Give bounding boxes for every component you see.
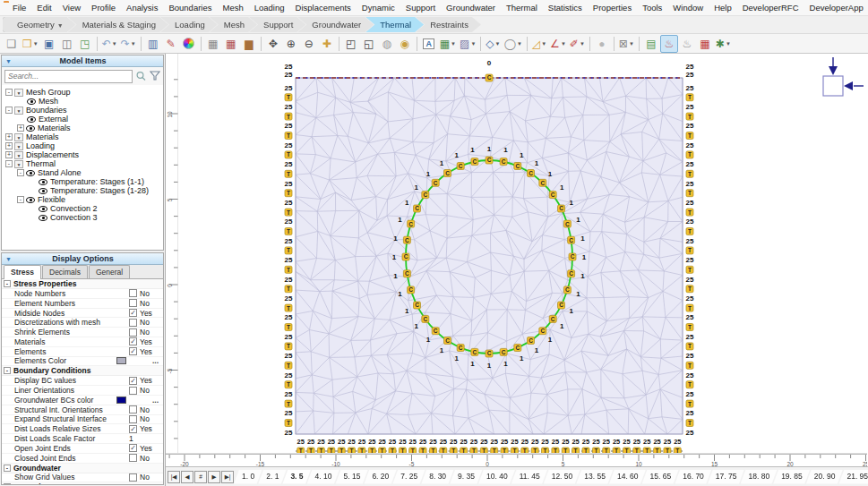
display-options-header[interactable]: ▼ Display Options [2, 253, 163, 265]
menu-item-tools[interactable]: Tools [637, 0, 667, 16]
display-tab-stress[interactable]: Stress [4, 265, 41, 279]
menu-item-help[interactable]: Help [709, 0, 737, 16]
menu-item-profile[interactable]: Profile [86, 0, 121, 16]
tree-dropdown-icon[interactable]: ▼ [14, 151, 23, 159]
display-tab-general[interactable]: General [89, 265, 130, 278]
option-row-closed-joint-ends[interactable]: Closed Joint EndsNo [2, 454, 163, 464]
undo-button[interactable]: ↶▼ [100, 35, 119, 53]
project-briefcase-button[interactable]: ▆ [240, 35, 258, 53]
menu-item-developerapp[interactable]: DeveloperApp [804, 0, 868, 16]
more-button[interactable]: ... [152, 396, 163, 405]
tree-expander-icon[interactable]: + [5, 142, 13, 149]
checkbox-checked-icon[interactable]: ✓ [129, 377, 137, 385]
new-file-button[interactable]: ❑ [3, 35, 21, 53]
dimension-tool-button[interactable]: ✐▼ [568, 35, 587, 53]
calculator-button[interactable]: ▦ [204, 35, 222, 53]
menu-item-properties[interactable]: Properties [588, 0, 637, 16]
section-header-boundary-conditions[interactable]: -Boundary Conditions [2, 366, 163, 376]
tree-item-thermal[interactable]: -▼Thermal [5, 159, 163, 168]
material-layers-button[interactable]: ▤ [642, 35, 660, 53]
section-header-stress-properties[interactable]: -Stress Properties [2, 279, 163, 289]
workflow-tab-groundwater[interactable]: Groundwater [297, 17, 374, 32]
option-row-materials[interactable]: Materials✓Yes [2, 337, 163, 347]
stage-tab-6[interactable]: 6. 20 [364, 470, 397, 484]
menu-item-view[interactable]: View [57, 0, 86, 16]
option-row-dist-loads-relative-sizes[interactable]: Dist Loads Relative Sizes✓Yes [2, 424, 163, 434]
thermal-annotate-button[interactable]: ✱▼ [714, 35, 733, 53]
stage-tab-21[interactable]: 21. 95 [838, 470, 868, 484]
visibility-eye-icon[interactable] [39, 206, 47, 212]
tree-item-materials[interactable]: +Materials [5, 124, 163, 132]
option-row-shrink-elements[interactable]: Shrink ElementsNo [2, 328, 163, 337]
tree-item-flexible[interactable]: -Flexible [5, 195, 163, 204]
stage-nav-3[interactable]: ▶ [208, 471, 220, 483]
color-swatch[interactable] [116, 396, 126, 404]
polyline-tool-button[interactable]: ◇▼ [484, 35, 502, 53]
menu-item-mesh[interactable]: Mesh [217, 0, 248, 16]
visibility-eye-icon[interactable] [39, 215, 47, 221]
zoom-out-window-button[interactable]: ◱ [360, 35, 378, 53]
option-row-dist-loads-scale-factor[interactable]: Dist Loads Scale Factor1 [2, 434, 163, 444]
polygon-tool-button[interactable]: ◯▼ [503, 35, 524, 53]
stage-tab-4[interactable]: 4. 10 [307, 470, 340, 484]
apply-circle-button[interactable]: ● [593, 35, 611, 53]
checkbox-checked-icon[interactable]: ✓ [129, 337, 137, 345]
option-row-show-grid-values[interactable]: Show Grid ValuesNo [2, 473, 163, 483]
checkbox-icon[interactable] [129, 415, 137, 423]
visibility-eye-icon[interactable] [27, 98, 36, 105]
menu-item-groundwater[interactable]: Groundwater [441, 0, 501, 16]
stage-tab-5[interactable]: 5. 15 [335, 470, 368, 484]
stage-nav-0[interactable]: |◀ [168, 471, 180, 483]
workflow-tab-loading[interactable]: Loading [160, 17, 218, 32]
stage-tab-11[interactable]: 11. 45 [511, 470, 548, 484]
thermal-table-button[interactable]: ▦ [696, 35, 714, 53]
option-row-node-numbers[interactable]: Node NumbersNo [2, 289, 163, 299]
stage-tab-15[interactable]: 15. 65 [642, 470, 680, 484]
pan-button[interactable]: ✚ [318, 35, 336, 53]
export-file-button[interactable]: ◳ [76, 35, 94, 53]
angle-tool-button[interactable]: ∠▼ [548, 35, 568, 53]
menu-item-boundaries[interactable]: Boundaries [163, 0, 217, 16]
checkbox-icon[interactable] [129, 454, 137, 462]
workflow-tab-support[interactable]: Support [249, 17, 305, 32]
tree-item-mesh-group[interactable]: -▼Mesh Group [5, 88, 163, 97]
checkbox-icon[interactable] [129, 289, 137, 297]
workflow-tab-thermal[interactable]: Thermal [365, 17, 424, 32]
tree-item-convection-2[interactable]: Convection 2 [5, 204, 163, 213]
tree-dropdown-icon[interactable]: ▼ [14, 160, 23, 168]
menu-item-dynamic[interactable]: Dynamic [357, 0, 400, 16]
tree-item-boundaries[interactable]: -▼Boundaries [5, 106, 163, 115]
tree-expander-icon[interactable]: + [5, 133, 13, 141]
stage-tab-10[interactable]: 10. 40 [478, 470, 516, 484]
edit-pen-button[interactable]: ✎ [162, 35, 180, 53]
stage-nav-2[interactable]: # [194, 471, 207, 483]
option-row-elements-color[interactable]: Elements Color... [2, 357, 163, 367]
menu-item-statistics[interactable]: Statistics [543, 0, 588, 16]
tree-expander-icon[interactable]: - [17, 196, 24, 203]
option-row-structural-int-orientations[interactable]: Structural Int. OrientationsNo [2, 405, 163, 415]
print-preview-button[interactable]: ◫ [58, 35, 76, 53]
tree-expander-icon[interactable]: - [5, 160, 13, 167]
menu-item-developerrfc[interactable]: DeveloperRFC [737, 0, 804, 16]
open-file-button[interactable]: ❒▼ [21, 35, 40, 53]
menu-item-edit[interactable]: Edit [31, 0, 56, 16]
tree-item-mesh[interactable]: Mesh [5, 97, 163, 106]
model-canvas[interactable]: 252525250C25T25T25T25T25T25T25T25T25T25T… [166, 54, 867, 453]
tree-item-external[interactable]: External [5, 115, 163, 124]
visibility-eye-icon[interactable] [39, 188, 47, 194]
checkbox-icon[interactable] [129, 405, 137, 414]
checkbox-icon[interactable] [129, 387, 137, 395]
option-row-element-numbers[interactable]: Element NumbersNo [2, 299, 163, 309]
section-expander-icon[interactable]: - [4, 367, 11, 374]
menu-item-loading[interactable]: Loading [249, 0, 290, 16]
tree-item-temperature-stages-1-28-[interactable]: Temperature: Stages (1-28) [5, 186, 163, 195]
checkbox-checked-icon[interactable]: ✓ [129, 309, 137, 317]
checkbox-icon[interactable] [129, 328, 137, 337]
tree-item-materials[interactable]: +▼Materials [5, 132, 163, 141]
stage-tab-19[interactable]: 19. 85 [773, 470, 811, 484]
filter-icon[interactable] [150, 71, 160, 81]
collapse-arrow-icon[interactable]: ▼ [5, 58, 12, 64]
tree-expander-icon[interactable]: - [5, 89, 13, 96]
save-file-button[interactable]: ▣ [40, 35, 58, 53]
menu-item-thermal[interactable]: Thermal [501, 0, 543, 16]
